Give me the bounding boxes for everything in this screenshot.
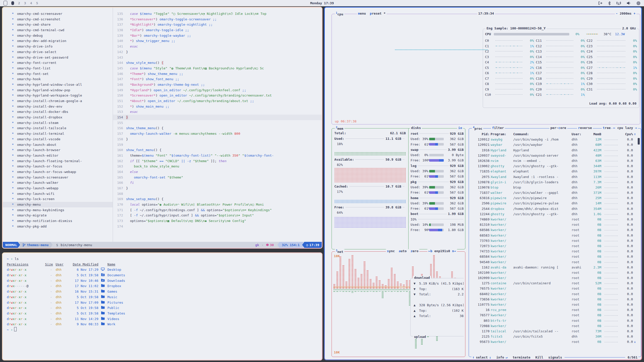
net-menu[interactable]: sync auto zero <box>386 249 419 253</box>
code-line[interactable]: 135 case $(menu "Toggle" "▢ Screensaver\… <box>113 11 322 17</box>
code-line[interactable]: 166 fi <box>113 180 322 186</box>
menu-item[interactable]: zero <box>407 249 418 253</box>
proc-signals[interactable]: signals <box>548 355 562 359</box>
file-item[interactable]: *omarchy-install-vscode <box>3 137 113 142</box>
file-item[interactable]: *omarchy-menu-keybindings <box>3 207 113 213</box>
code-line[interactable]: 157 omarchy-launch-walker -m menus:omarc… <box>113 131 322 137</box>
bluetooth-icon[interactable] <box>608 1 611 5</box>
file-item[interactable]: *omarchy-hook <box>3 76 113 82</box>
file-item[interactable]: *omarchy-install-docker-dbs <box>3 109 113 115</box>
net-interface[interactable]: ←b enp191s0 n→ <box>427 249 457 253</box>
proc-panel-title[interactable]: 4proc <box>472 126 483 130</box>
code-line[interactable]: 168 <box>113 191 322 197</box>
code-line[interactable]: 144show_style_menu() { <box>113 60 322 66</box>
file-item[interactable]: *omarchy-drive-set-password <box>3 55 113 60</box>
process-row[interactable]: 110775kworker/root0B0.0 <box>471 302 639 307</box>
process-row[interactable]: 120912swaybg/usr/bin/swaybg -i /homdhh12… <box>471 137 639 142</box>
menu-item[interactable]: filter <box>492 126 504 130</box>
clock[interactable]: Monday 17:39 <box>310 1 334 5</box>
scratchpad-icon[interactable] <box>4 1 7 6</box>
code-line[interactable]: 158} <box>113 137 322 142</box>
menu-item[interactable]: reverse <box>578 126 592 130</box>
process-row[interactable]: 120921waybar/usr/bin/waybardhh68M0.0 <box>471 142 639 147</box>
file-item[interactable]: *omarchy-hyprland-window-pop <box>3 87 113 93</box>
code-line[interactable]: 172 [ -f ~/.config/hypr/input.conf ] && … <box>113 213 322 218</box>
file-item[interactable]: *omarchy-launch-screensaver <box>3 175 113 180</box>
file-item[interactable]: *omarchy-hyprland-window-close-all <box>3 82 113 87</box>
process-row[interactable]: 76575kworker/root0B0.0 <box>471 286 639 291</box>
file-item[interactable]: *omarchy-font-set <box>3 71 113 77</box>
proc-terminate[interactable]: terminate <box>513 355 530 359</box>
ls-name[interactable]: Games <box>107 289 319 294</box>
code-line[interactable]: 171 [ -f ~/.config/hypr/bindings.conf ] … <box>113 207 322 213</box>
code-line[interactable]: 146 *Theme*) show_theme_menu ;; <box>113 71 322 77</box>
file-item[interactable]: *omarchy-notification-dismiss <box>3 218 113 224</box>
cpu-panel-title[interactable]: 1cpu <box>335 12 344 16</box>
code-line[interactable]: 159 <box>113 142 322 148</box>
file-item[interactable]: *omarchy-launch-browser <box>3 147 113 153</box>
process-row[interactable]: 95673kworker/root0B0.0↓ <box>471 339 639 344</box>
process-row[interactable]: 102638nvimnvim --embed .dhh63M0.0 <box>471 158 639 163</box>
file-item[interactable]: *omarchy-debug <box>3 33 113 38</box>
code-line[interactable]: 153 esac <box>113 109 322 115</box>
file-item[interactable]: *omarchy-menu <box>3 202 113 207</box>
code-line[interactable]: 137 *Nightlight*) omarchy-toggle-nightli… <box>113 22 322 27</box>
process-row[interactable]: 119078btopbtopdhh26M0.0 <box>471 185 639 190</box>
process-row[interactable]: 1170tailscal/usr/sbin/tailscaled --root7… <box>471 329 639 334</box>
process-row[interactable]: 1162avahi-daavahi-daemon: running [avahi… <box>471 265 639 270</box>
process-row[interactable]: 81310kworker/root0B0.0 <box>471 222 639 227</box>
code-line[interactable]: 174 <box>113 224 322 229</box>
process-row[interactable]: 71835elephantelephantdhh397M0.0 <box>471 169 639 174</box>
code-line[interactable]: 161 theme=$(menu "Font" "$(omarchy-font-… <box>113 153 322 158</box>
file-item[interactable]: *omarchy-launch-walker <box>3 180 113 186</box>
process-row[interactable]: 119002ghostty/usr/bin/ghostty --gtk-dhh3… <box>471 163 639 169</box>
process-row[interactable]: 16rcu_preeroot0B0.0 <box>471 307 639 312</box>
git-branch[interactable]: themes-menu <box>19 242 53 248</box>
code-line[interactable]: 145 case $(menu "Style" "◍ Theme\nA Font… <box>113 66 322 71</box>
code-editor[interactable]: 135 case $(menu "Toggle" "▢ Screensaver\… <box>113 11 322 229</box>
plugin-updates[interactable]: 30 <box>266 243 274 247</box>
file-item[interactable]: *omarchy-font-list <box>3 66 113 71</box>
chip-icon[interactable] <box>636 1 640 5</box>
process-row[interactable]: 74733kworker/root0B0.0 <box>471 249 639 254</box>
editor-window[interactable]: *omarchy-cmd-screensaver*omarchy-cmd-scr… <box>2 7 323 249</box>
menu-item[interactable]: tree <box>603 126 611 130</box>
ls-name[interactable]: Downloads <box>107 278 319 284</box>
file-item[interactable]: *omarchy-drive-info <box>3 44 113 49</box>
file-item[interactable]: *omarchy-cmd-screensaver <box>3 11 113 17</box>
code-line[interactable]: 165 omarchy-font-set "$theme" <box>113 175 322 180</box>
process-row[interactable]: 63816pipewire/usr/bin/pipewiredhh25M0.0 <box>471 195 639 201</box>
proc-reverse[interactable]: reverse <box>577 126 593 130</box>
file-item[interactable]: *omarchy-font-current <box>3 60 113 66</box>
file-item[interactable]: *omarchy-cmd-share <box>3 22 113 27</box>
ls-name[interactable]: Public <box>107 305 319 311</box>
proc-filter[interactable]: filter <box>491 126 505 130</box>
code-line[interactable]: 167} <box>113 186 322 191</box>
workspace-2[interactable]: 2 <box>18 1 20 5</box>
logout-icon[interactable] <box>598 1 602 5</box>
code-line[interactable]: 169show_setup_menu() { <box>113 196 322 202</box>
workspace-4[interactable]: 4 <box>30 1 32 5</box>
prompt-line[interactable]: ~ › ls <box>7 256 319 262</box>
menu-item[interactable]: per-core <box>550 126 566 130</box>
proc-info[interactable]: info <box>496 355 504 359</box>
process-row[interactable]: 76577kworker/root0B0.0 <box>471 312 639 318</box>
process-row[interactable]: 72073kworker/root0B0.0 <box>471 243 639 249</box>
file-item[interactable]: *omarchy-pkg-add <box>3 224 113 229</box>
process-row[interactable]: 12244ghostty/usr/bin/ghostty --gtk-dhh1.… <box>471 211 639 217</box>
code-line[interactable]: 151 *About*) open_in_editor ~/.config/om… <box>113 98 322 104</box>
prompt-line-2[interactable]: ~ › <box>7 327 319 333</box>
menu-item[interactable]: auto <box>395 249 407 253</box>
ls-name[interactable]: Videos <box>107 316 319 322</box>
process-row[interactable]: 74869kworker/root0B0.0 <box>471 217 639 222</box>
file-item[interactable]: *omarchy-cmd-terminal-cwd <box>3 27 113 33</box>
process-row[interactable]: 72088kworker/root0B0.0 <box>471 323 639 329</box>
process-row[interactable]: 2125fcitx5/usr/bin/fcitx5dhh30M0.0 <box>471 334 639 339</box>
process-row[interactable]: 68583kworker/root0B0.0 <box>471 233 639 238</box>
code-line[interactable]: 163 back_to show_style_menu <box>113 164 322 169</box>
code-line[interactable]: 139 *Bar*) omarchy-toggle-waybar ;; <box>113 33 322 38</box>
code-line[interactable]: 154} <box>113 115 322 120</box>
proc-sort-selector[interactable]: ← cpu lazy → <box>612 126 638 130</box>
code-line[interactable]: 155 <box>113 120 322 126</box>
menu-item[interactable]: sync <box>387 249 395 253</box>
